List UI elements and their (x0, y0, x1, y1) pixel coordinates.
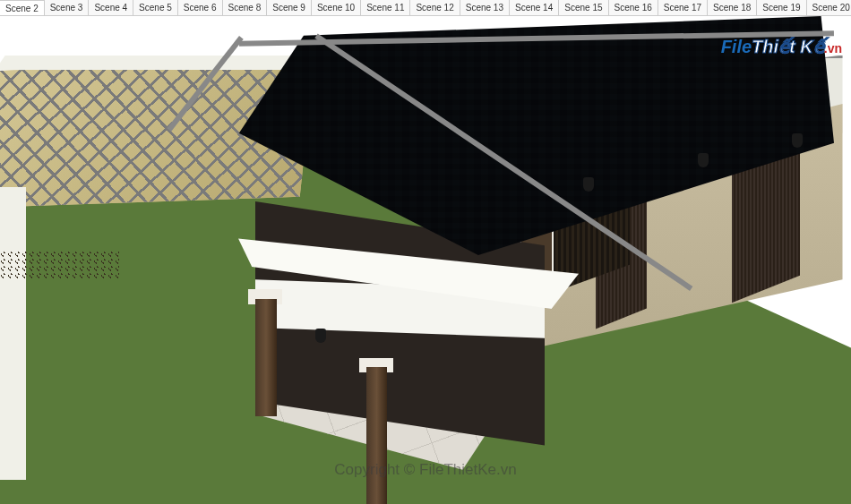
logo-text-file: File (721, 37, 752, 56)
scene-3d-content (0, 16, 851, 504)
porch-post-2 (366, 367, 388, 504)
model-viewport[interactable]: FileThiết Kế.vn Copyright © FileThietKe.… (0, 16, 851, 504)
scene-tab-6[interactable]: Scene 6 (178, 0, 223, 15)
scene-tab-14[interactable]: Scene 14 (510, 0, 559, 15)
logo-text-vn: .vn (824, 41, 842, 56)
porch-post-1 (255, 299, 277, 416)
scene-tab-19[interactable]: Scene 19 (757, 0, 806, 15)
watermark-logo: FileThiết Kế.vn (721, 36, 842, 57)
scene-tab-13[interactable]: Scene 13 (460, 0, 510, 15)
scene-tab-5[interactable]: Scene 5 (133, 0, 178, 15)
scene-tab-15[interactable]: Scene 15 (559, 0, 608, 15)
scene-tab-2[interactable]: Scene 2 (0, 0, 45, 15)
scene-tab-bar: Scene 2 Scene 3 Scene 4 Scene 5 Scene 6 … (0, 0, 851, 16)
watermark-copyright: Copyright © FileThietKe.vn (334, 461, 516, 479)
wall-lamp-icon (792, 133, 803, 148)
scene-tab-4[interactable]: Scene 4 (89, 0, 133, 15)
logo-text-thietke: Thiết Kế (752, 37, 824, 56)
boundary-wall-left (0, 187, 26, 480)
scene-tab-17[interactable]: Scene 17 (658, 0, 708, 15)
scene-tab-12[interactable]: Scene 12 (410, 0, 460, 15)
scene-tab-9[interactable]: Scene 9 (267, 0, 312, 15)
scene-tab-8[interactable]: Scene 8 (223, 0, 268, 15)
wall-lamp-icon (698, 153, 709, 167)
scene-tab-18[interactable]: Scene 18 (708, 0, 757, 15)
scene-tab-20[interactable]: Scene 20 (807, 0, 851, 15)
scene-tab-10[interactable]: Scene 10 (312, 0, 361, 15)
wall-lamp-icon (583, 177, 594, 192)
scene-tab-11[interactable]: Scene 11 (361, 0, 410, 15)
wall-lamp-icon (315, 329, 326, 343)
scene-tab-3[interactable]: Scene 3 (45, 0, 90, 15)
scene-tab-16[interactable]: Scene 16 (609, 0, 658, 15)
dirt-patch (0, 251, 119, 280)
